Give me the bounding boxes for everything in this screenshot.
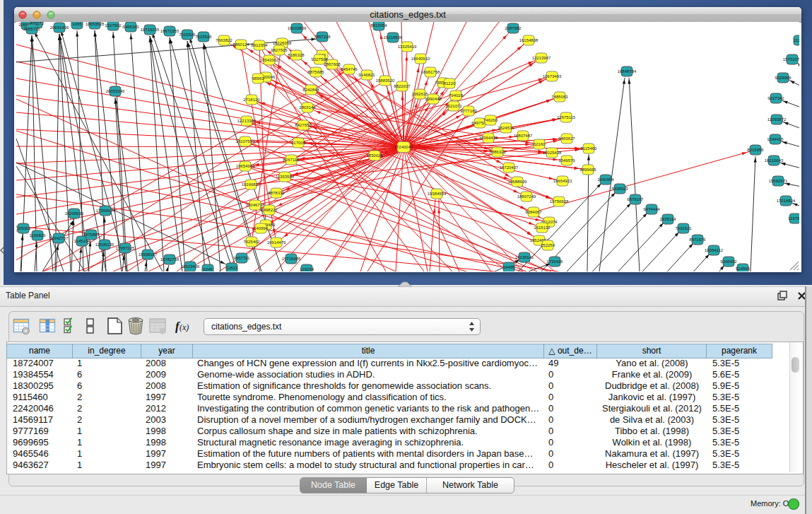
svg-text:17016504: 17016504 xyxy=(777,199,796,203)
svg-text:1549579: 1549579 xyxy=(558,158,575,163)
svg-text:8912954: 8912954 xyxy=(251,43,268,47)
svg-text:15692971: 15692971 xyxy=(769,179,788,183)
svg-text:16640910: 16640910 xyxy=(411,57,430,61)
svg-text:9084067: 9084067 xyxy=(525,210,542,214)
svg-text:16782759: 16782759 xyxy=(160,257,180,262)
svg-text:1830029: 1830029 xyxy=(366,153,383,158)
svg-text:16154808: 16154808 xyxy=(519,38,539,42)
svg-text:2803144: 2803144 xyxy=(299,105,316,110)
svg-text:81220: 81220 xyxy=(444,81,456,86)
svg-text:1733426: 1733426 xyxy=(546,259,563,264)
svg-text:140994: 140994 xyxy=(254,226,269,230)
svg-text:19958107: 19958107 xyxy=(139,252,158,257)
svg-text:9329966: 9329966 xyxy=(775,76,792,80)
svg-text:12923406: 12923406 xyxy=(181,264,200,269)
svg-text:12213369: 12213369 xyxy=(237,119,257,123)
svg-text:3624534: 3624534 xyxy=(498,126,514,130)
svg-text:2055721: 2055721 xyxy=(23,27,40,31)
svg-text:7515526: 7515526 xyxy=(179,33,196,37)
svg-text:13325419: 13325419 xyxy=(398,45,417,49)
svg-text:5938923: 5938923 xyxy=(611,187,628,191)
svg-text:6879197: 6879197 xyxy=(627,197,644,201)
svg-text:8215956: 8215956 xyxy=(747,148,764,152)
svg-text:1244415: 1244415 xyxy=(767,137,784,141)
svg-text:10688609: 10688609 xyxy=(508,180,527,184)
svg-text:9899695: 9899695 xyxy=(579,168,596,172)
svg-text:10973493: 10973493 xyxy=(543,74,562,78)
svg-text:12975115: 12975115 xyxy=(557,115,576,119)
svg-text:2935114: 2935114 xyxy=(660,217,677,221)
svg-text:15716485: 15716485 xyxy=(282,257,301,261)
svg-text:917006: 917006 xyxy=(291,141,306,145)
svg-text:9245: 9245 xyxy=(203,267,213,271)
svg-text:8813054: 8813054 xyxy=(370,23,387,28)
svg-text:129234: 129234 xyxy=(300,267,314,271)
svg-text:8427552: 8427552 xyxy=(295,123,312,127)
svg-text:9975887: 9975887 xyxy=(83,233,100,237)
svg-text:1640954: 1640954 xyxy=(597,177,614,182)
svg-text:16107553: 16107553 xyxy=(236,139,255,144)
svg-text:62160: 62160 xyxy=(534,142,546,146)
svg-text:116753: 116753 xyxy=(788,216,799,221)
svg-text:9245652: 9245652 xyxy=(720,259,737,264)
svg-text:19756928: 19756928 xyxy=(550,199,569,204)
svg-text:10653528: 10653528 xyxy=(86,22,105,26)
svg-text:746266: 746266 xyxy=(483,118,498,122)
svg-text:18807249: 18807249 xyxy=(517,194,536,199)
svg-text:12093872: 12093872 xyxy=(767,117,787,122)
svg-text:20691406: 20691406 xyxy=(50,25,69,30)
svg-text:2718120: 2718120 xyxy=(243,98,260,102)
svg-text:7857224: 7857224 xyxy=(314,35,331,39)
svg-text:19218506: 19218506 xyxy=(384,35,403,40)
svg-text:7663822: 7663822 xyxy=(216,38,233,42)
svg-text:924565: 924565 xyxy=(736,267,751,271)
svg-text:6466160: 6466160 xyxy=(122,25,139,29)
svg-text:15751074: 15751074 xyxy=(783,57,799,62)
svg-text:8267110: 8267110 xyxy=(283,158,300,162)
svg-text:1156829: 1156829 xyxy=(30,233,47,238)
svg-text:18226058: 18226058 xyxy=(273,41,292,45)
svg-text:98963: 98963 xyxy=(252,76,264,81)
svg-text:16543362: 16543362 xyxy=(260,58,279,62)
svg-text:16485: 16485 xyxy=(503,265,515,269)
svg-text:7886322: 7886322 xyxy=(489,150,506,154)
svg-text:11125: 11125 xyxy=(794,38,799,42)
svg-text:14136141: 14136141 xyxy=(515,255,534,259)
svg-text:12821: 12821 xyxy=(226,266,238,270)
svg-text:16671355: 16671355 xyxy=(160,29,180,33)
svg-text:17240047: 17240047 xyxy=(394,145,413,149)
svg-text:1621072: 1621072 xyxy=(445,104,462,108)
svg-text:10025438: 10025438 xyxy=(543,151,562,155)
svg-text:10807487: 10807487 xyxy=(514,134,533,138)
svg-text:20364436: 20364436 xyxy=(479,136,498,140)
svg-text:12942757: 12942757 xyxy=(49,236,69,240)
svg-text:8860124: 8860124 xyxy=(233,42,249,47)
svg-text:9463627: 9463627 xyxy=(558,136,575,141)
svg-text:185061: 185061 xyxy=(16,226,31,230)
svg-text:1065: 1065 xyxy=(72,22,82,26)
svg-text:8878332: 8878332 xyxy=(268,191,285,195)
svg-text:8186328: 8186328 xyxy=(288,53,305,57)
svg-text:9474444: 9474444 xyxy=(643,207,660,211)
svg-text:12505135: 12505135 xyxy=(95,243,114,247)
svg-text:794028: 794028 xyxy=(449,93,464,98)
svg-text:12213967: 12213967 xyxy=(532,56,551,60)
svg-text:16033809: 16033809 xyxy=(288,26,307,30)
svg-text:252254: 252254 xyxy=(541,243,555,247)
svg-text:19384554: 19384554 xyxy=(428,192,447,196)
svg-text:20206536: 20206536 xyxy=(65,211,84,216)
svg-text:16848784: 16848784 xyxy=(618,69,637,74)
svg-text:15883520: 15883520 xyxy=(376,78,395,83)
svg-text:9227342: 9227342 xyxy=(767,96,784,100)
svg-text:19166827: 19166827 xyxy=(242,182,261,187)
svg-text:11353594: 11353594 xyxy=(276,175,295,179)
svg-text:16961758: 16961758 xyxy=(421,70,440,74)
svg-text:8471676: 8471676 xyxy=(689,238,706,242)
svg-text:19654923: 19654923 xyxy=(553,179,572,183)
svg-text:16914479: 16914479 xyxy=(267,240,286,245)
svg-text:(x): (x) xyxy=(180,322,189,332)
svg-text:1527602: 1527602 xyxy=(105,23,122,28)
svg-text:9827505: 9827505 xyxy=(271,48,288,52)
svg-text:8454749: 8454749 xyxy=(341,67,358,71)
svg-text:10719155: 10719155 xyxy=(141,28,160,32)
